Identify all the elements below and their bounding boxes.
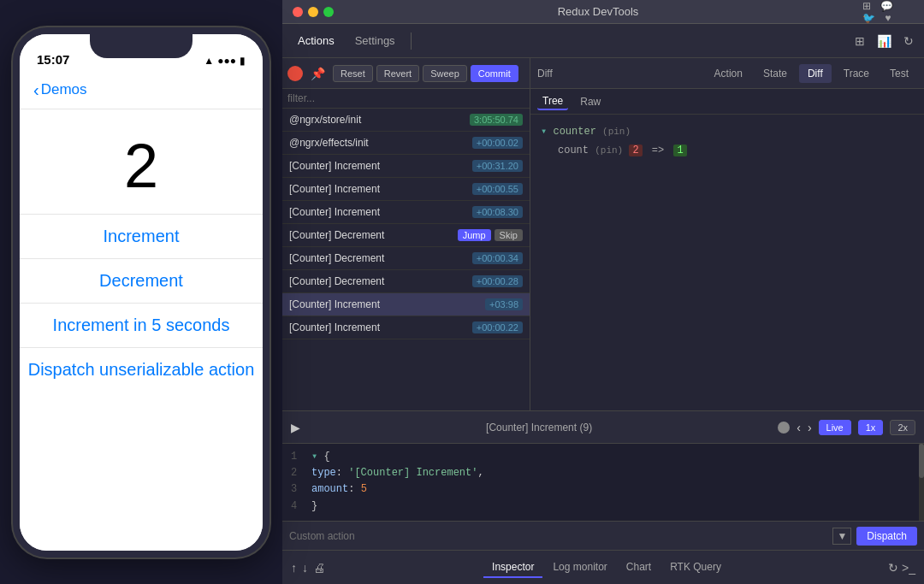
tab-settings[interactable]: Settings: [346, 31, 404, 50]
code-brace-close: }: [311, 498, 317, 515]
tab-trace[interactable]: Trace: [835, 64, 878, 83]
slider-action-label: [Counter] Increment (9): [307, 422, 771, 434]
grid-icon[interactable]: ⊞: [862, 0, 871, 12]
footer-right-icons: ↻ >_: [888, 561, 915, 575]
increment-button[interactable]: Increment: [20, 214, 263, 258]
action-item-init-effects[interactable]: @ngrx/effects/init +00:00.02: [282, 132, 530, 155]
action-item-init-store[interactable]: @ngrx/store/init 3:05:50.74: [282, 109, 530, 132]
filter-input[interactable]: [287, 92, 524, 104]
subtab-raw[interactable]: Raw: [575, 94, 606, 109]
line-num-3: 3: [291, 481, 311, 498]
footer-tab-group: Inspector Log monitor Chart RTK Query: [483, 557, 730, 578]
code-line-4: 4 }: [291, 498, 915, 515]
export-icon[interactable]: ↑: [291, 561, 297, 575]
subtab-tree[interactable]: Tree: [537, 93, 568, 110]
decrement-button[interactable]: Decrement: [20, 258, 263, 303]
phone-back-button[interactable]: ‹ Demos: [33, 81, 87, 98]
phone-container: 15:07 ▲ ●●● ▮ ‹ Demos 2 Increment Decrem…: [0, 0, 282, 584]
code-brace-open: ▾ {: [311, 449, 330, 465]
commit-button[interactable]: Commit: [471, 65, 518, 82]
record-button[interactable]: [287, 66, 303, 81]
action-item-decrement-1[interactable]: [Counter] Decrement Jump Skip: [282, 224, 530, 247]
redux-devtools-panel: Redux DevTools ⊞ 💬 🐦 ♥ Actions Settings …: [282, 0, 924, 584]
code-scrollbar-thumb: [919, 444, 924, 478]
custom-action-dropdown[interactable]: ▼: [832, 528, 851, 545]
refresh-footer-icon[interactable]: ↻: [888, 561, 898, 575]
devtools-bottom: ▶ [Counter] Increment (9) ‹ › Live 1x 2x…: [282, 410, 924, 584]
action-item-increment-3[interactable]: [Counter] Increment +00:08.30: [282, 201, 530, 224]
action-item-increment-2[interactable]: [Counter] Increment +00:00.55: [282, 178, 530, 201]
tree-key-counter: counter: [553, 126, 602, 138]
line-num-1: 1: [291, 449, 311, 465]
code-type-field: type: '[Counter] Increment',: [311, 465, 484, 481]
devtools-titlebar: Redux DevTools ⊞ 💬 🐦 ♥: [282, 0, 924, 24]
sweep-button[interactable]: Sweep: [423, 65, 467, 82]
footer-tab-inspector[interactable]: Inspector: [483, 557, 542, 578]
phone-screen: 15:07 ▲ ●●● ▮ ‹ Demos 2 Increment Decrem…: [20, 34, 263, 551]
action-item-decrement-2[interactable]: [Counter] Decrement +00:00.34: [282, 247, 530, 270]
slider-bar: ▶ [Counter] Increment (9) ‹ › Live 1x 2x: [282, 411, 924, 444]
custom-action-bar: ▼ Dispatch: [282, 521, 924, 550]
devtools-body: Actions Settings ⊞ 📊 ↻ 📌 Reset Revert Sw…: [282, 24, 924, 584]
battery-icon: ▮: [240, 55, 246, 67]
action-item-decrement-3[interactable]: [Counter] Decrement +00:00.28: [282, 270, 530, 293]
chart-icon[interactable]: 📊: [874, 32, 895, 50]
import-icon[interactable]: ↓: [302, 561, 308, 575]
code-line-3: 3 amount: 5: [291, 481, 915, 498]
footer-tab-rtk-query[interactable]: RTK Query: [661, 557, 730, 578]
count-pin-label: (pin): [595, 145, 623, 156]
footer-tab-log-monitor[interactable]: Log monitor: [544, 557, 615, 578]
devtools-title: Redux DevTools: [558, 5, 639, 18]
heart-icon[interactable]: ♥: [885, 12, 891, 24]
pin-button[interactable]: 📌: [306, 65, 329, 82]
line-num-2: 2: [291, 465, 311, 481]
slider-prev-button[interactable]: ‹: [797, 421, 801, 434]
traffic-lights: [293, 7, 334, 17]
action-item-increment-selected[interactable]: [Counter] Increment +03:98: [282, 293, 530, 316]
skip-button[interactable]: Skip: [495, 229, 523, 241]
inspector-tabs: Diff Action State Diff Trace Test: [530, 58, 924, 89]
slider-dot[interactable]: [778, 422, 790, 434]
dispatch-button[interactable]: Dispatch: [856, 527, 917, 546]
print-icon[interactable]: 🖨: [313, 561, 325, 575]
twitter-icon[interactable]: 🐦: [862, 12, 875, 24]
play-button[interactable]: ▶: [291, 421, 300, 434]
minimize-window-button[interactable]: [308, 7, 318, 17]
custom-action-input[interactable]: [289, 530, 827, 542]
action-name: @ngrx/effects/init: [289, 137, 369, 149]
tab-test[interactable]: Test: [881, 64, 917, 83]
inspector-tab-group: Action State Diff Trace Test: [706, 64, 917, 83]
count-new-value: 1: [673, 145, 686, 156]
speed-1x-button[interactable]: 1x: [858, 420, 884, 435]
reset-button[interactable]: Reset: [333, 65, 373, 82]
dispatch-unserializable-button[interactable]: Dispatch unserializable action: [20, 347, 263, 392]
action-time: 3:05:50.74: [470, 114, 523, 126]
revert-button[interactable]: Revert: [376, 65, 419, 82]
inspector-subtabs: Tree Raw: [530, 89, 924, 115]
comment-icon[interactable]: 💬: [880, 0, 893, 12]
jump-button[interactable]: Jump: [458, 229, 491, 241]
maximize-window-button[interactable]: [323, 7, 334, 17]
speed-2x-button[interactable]: 2x: [890, 420, 915, 435]
wifi-icon: ▲: [204, 55, 214, 67]
refresh-icon[interactable]: ↻: [900, 32, 917, 50]
tab-actions[interactable]: Actions: [289, 31, 343, 50]
increment-5s-button[interactable]: Increment in 5 seconds: [20, 303, 263, 347]
code-scrollbar[interactable]: [919, 444, 924, 521]
terminal-icon[interactable]: >_: [902, 561, 915, 575]
grid-view-icon[interactable]: ⊞: [851, 32, 868, 50]
phone-back-label: Demos: [41, 81, 87, 98]
footer-tab-chart[interactable]: Chart: [618, 557, 660, 578]
tab-action[interactable]: Action: [706, 64, 751, 83]
phone-nav-bar: ‹ Demos: [20, 72, 263, 109]
live-button[interactable]: Live: [819, 420, 851, 435]
tab-diff[interactable]: Diff: [799, 64, 832, 83]
slider-next-button[interactable]: ›: [808, 421, 812, 434]
close-window-button[interactable]: [293, 7, 303, 17]
action-item-increment-last[interactable]: [Counter] Increment +00:00.22: [282, 316, 530, 339]
tab-state[interactable]: State: [755, 64, 796, 83]
action-time: +00:08.30: [472, 206, 523, 218]
devtools-top-toolbar: Actions Settings ⊞ 📊 ↻: [282, 24, 924, 58]
expand-icon[interactable]: ▾: [541, 126, 547, 138]
action-item-increment-1[interactable]: [Counter] Increment +00:31.20: [282, 155, 530, 178]
